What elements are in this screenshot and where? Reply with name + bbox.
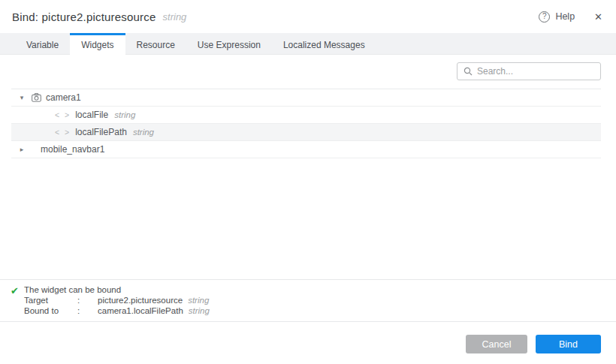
tab-widgets[interactable]: Widgets	[70, 33, 125, 55]
bind-button[interactable]: Bind	[536, 335, 601, 353]
tab-bar: Variable Widgets Resource Use Expression…	[0, 33, 616, 55]
help-button[interactable]: ? Help	[539, 11, 575, 23]
tab-localized-messages[interactable]: Localized Messages	[272, 33, 376, 54]
status-label: Target	[24, 295, 77, 305]
status-message: The widget can be bound	[24, 284, 210, 295]
status-lines: The widget can be bound Target : picture…	[24, 284, 210, 321]
tree-row-camera1[interactable]: ▾ camera1	[11, 89, 601, 107]
search-box[interactable]	[457, 62, 601, 80]
status-separator: :	[77, 305, 98, 316]
bind-dialog: Bind: picture2.picturesource string ? He…	[0, 0, 616, 364]
binding-icon: < >	[55, 128, 71, 137]
widget-tree: ▾ camera1 < > localFile string < > local…	[11, 89, 601, 158]
status-value: picture2.picturesource	[98, 295, 183, 305]
dialog-title: Bind: picture2.picturesource	[12, 11, 156, 23]
tab-variable[interactable]: Variable	[15, 33, 70, 54]
camera-icon	[32, 93, 41, 102]
search-input[interactable]	[477, 66, 594, 77]
binding-icon: < >	[55, 110, 71, 119]
help-label: Help	[555, 11, 575, 22]
bind-status-panel: ✔ The widget can be bound Target : pictu…	[0, 279, 616, 322]
tree-type: string	[133, 128, 154, 137]
caret-right-icon[interactable]: ▸	[17, 146, 26, 153]
status-value-type: string	[188, 295, 209, 305]
tree-type: string	[114, 110, 135, 119]
cancel-button[interactable]: Cancel	[466, 335, 527, 353]
close-icon[interactable]: ✕	[594, 12, 602, 22]
check-icon: ✔	[11, 285, 24, 321]
tree-row-localfile[interactable]: < > localFile string	[11, 107, 601, 124]
tree-label: localFile	[75, 110, 108, 120]
dialog-title-type: string	[163, 11, 187, 23]
tree-row-mobile-navbar1[interactable]: ▸ mobile_navbar1	[11, 141, 601, 158]
status-target-row: Target : picture2.picturesource string	[24, 295, 210, 305]
tree-label: mobile_navbar1	[41, 144, 104, 155]
tab-resource[interactable]: Resource	[125, 33, 186, 54]
status-value: camera1.localFilePath	[98, 305, 183, 316]
status-value-type: string	[189, 305, 210, 316]
caret-down-icon[interactable]: ▾	[17, 94, 26, 101]
status-separator: :	[77, 295, 98, 305]
dialog-header: Bind: picture2.picturesource string ? He…	[0, 0, 616, 33]
status-boundto-row: Bound to : camera1.localFilePath string	[24, 305, 210, 316]
tree-label: camera1	[46, 92, 81, 103]
help-icon: ?	[539, 11, 550, 23]
dialog-actions: Cancel Bind	[466, 335, 601, 353]
tree-row-localfilepath[interactable]: < > localFilePath string	[11, 124, 601, 141]
tab-use-expression[interactable]: Use Expression	[186, 33, 272, 54]
header-actions: ? Help ✕	[539, 11, 602, 23]
status-label: Bound to	[24, 305, 77, 316]
tree-label: localFilePath	[75, 127, 127, 137]
search-toolbar	[0, 55, 616, 89]
search-icon	[464, 67, 473, 76]
